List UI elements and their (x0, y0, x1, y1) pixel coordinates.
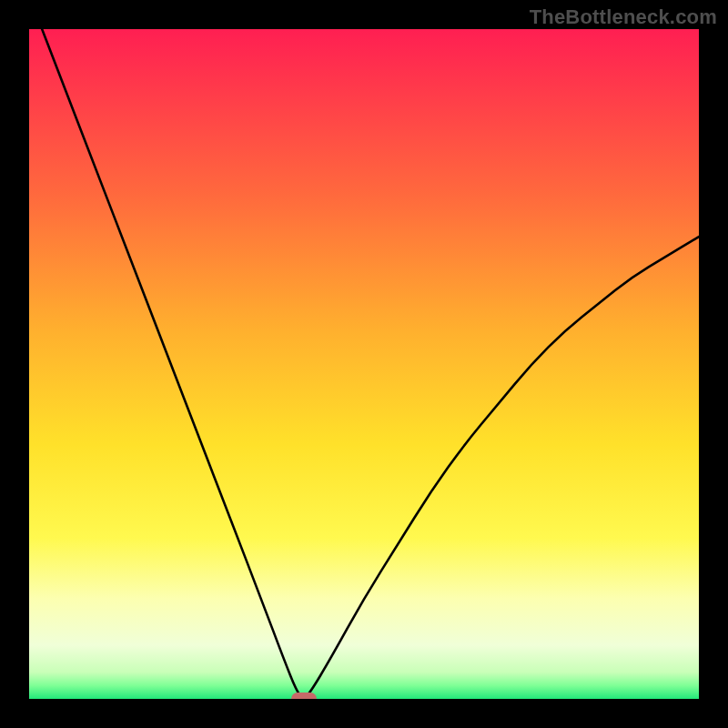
plot-area (29, 29, 699, 699)
chart-frame: TheBottleneck.com (0, 0, 728, 728)
minimum-marker (291, 693, 317, 699)
bottleneck-curve (29, 29, 699, 699)
watermark-text: TheBottleneck.com (530, 5, 717, 29)
